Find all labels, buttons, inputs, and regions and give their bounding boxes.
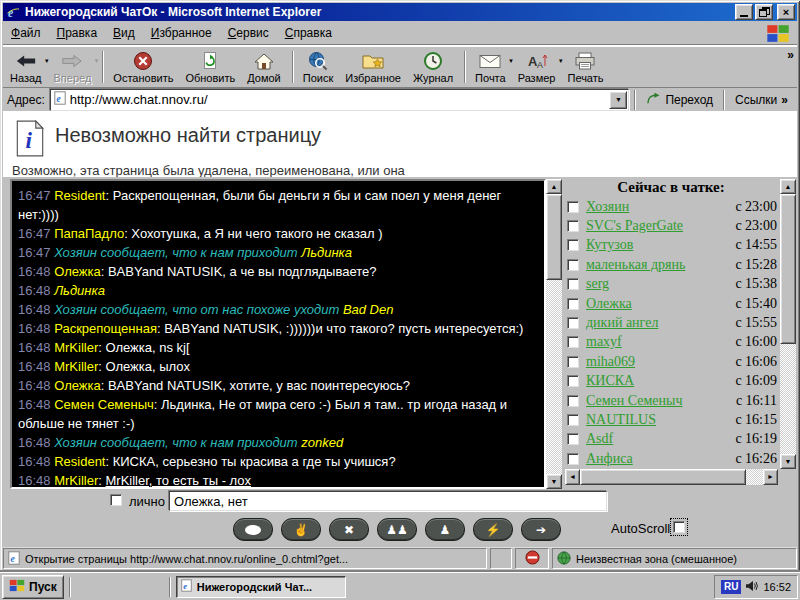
user-checkbox[interactable] [567, 259, 579, 271]
user-checkbox[interactable] [567, 336, 579, 348]
toolbar-overflow-chevron[interactable]: » [787, 48, 794, 62]
user-row: Семен Семенычс 16:11 [567, 391, 777, 410]
user-link[interactable]: NAUTILUS [586, 412, 728, 428]
language-indicator[interactable]: RU [721, 580, 741, 594]
toolbar-button-mail[interactable]: ▾Почта [470, 48, 513, 86]
toolbar-button-history[interactable]: Журнал [408, 48, 460, 86]
menu-item-view[interactable]: Вид [105, 23, 143, 43]
user-checkbox[interactable] [567, 414, 579, 426]
user-link[interactable]: дикий ангел [586, 315, 728, 331]
toolbar-button-label: Журнал [413, 72, 453, 84]
close-button[interactable]: × [777, 4, 795, 20]
volume-icon[interactable] [745, 580, 759, 594]
toolbar-button-label: Размер [518, 72, 556, 84]
scroll-right-button[interactable]: ► [763, 469, 778, 485]
user-checkbox[interactable] [567, 278, 579, 290]
user-link[interactable]: serg [586, 276, 728, 292]
user-checkbox[interactable] [567, 220, 579, 232]
toolbar-button-favorites[interactable]: Избранное [340, 48, 408, 86]
user-link[interactable]: Семен Семеныч [586, 393, 729, 409]
menu-item-favorites[interactable]: Избранное [143, 23, 220, 43]
message-segment[interactable]: MrKiller, то есть ты - лох [105, 473, 250, 488]
message-time: 16:48 [18, 473, 51, 488]
toolbar-button-stop[interactable]: Остановить [108, 48, 180, 86]
scroll-thumb[interactable] [580, 469, 746, 485]
toolbar-button-search[interactable]: Поиск [298, 48, 340, 86]
action-zap-button[interactable]: ⚡ [473, 518, 513, 541]
dropdown-arrow-icon[interactable]: ▾ [95, 57, 99, 65]
menu-item-tools[interactable]: Сервис [220, 23, 277, 43]
scroll-thumb[interactable] [780, 194, 796, 344]
user-checkbox[interactable] [567, 375, 579, 387]
scroll-left-button[interactable]: ◄ [565, 469, 580, 485]
action-person-button[interactable]: ♟ [425, 518, 465, 541]
autoscroll-checkbox[interactable] [673, 521, 685, 533]
user-link[interactable]: Кутузов [586, 237, 728, 253]
restore-button[interactable] [755, 4, 773, 20]
minimize-button[interactable] [735, 4, 753, 20]
user-checkbox[interactable] [567, 239, 579, 251]
title-bar[interactable]: e Нижегородский ЧатОк - Microsoft Intern… [3, 3, 797, 21]
scroll-down-button[interactable]: ▼ [780, 454, 796, 469]
user-checkbox[interactable] [567, 298, 579, 310]
menu-item-help[interactable]: Справка [277, 23, 340, 43]
action-people-button[interactable]: ♟♟ [377, 518, 417, 541]
message-time: 16:48 [18, 435, 51, 450]
chat-vertical-scrollbar[interactable]: ▲ ▼ [546, 179, 562, 489]
start-button[interactable]: Пуск [2, 575, 64, 599]
user-link[interactable]: Asdf [586, 431, 728, 447]
links-button[interactable]: Ссылки » [730, 93, 793, 107]
go-button[interactable]: Переход [641, 92, 718, 108]
user-link[interactable]: miha069 [586, 354, 728, 370]
toolbar-button-back[interactable]: ▾Назад [5, 48, 49, 86]
system-tray: RU 16:52 [714, 575, 798, 599]
user-link[interactable]: Анфиса [586, 451, 728, 467]
address-dropdown-button[interactable]: ▼ [609, 91, 627, 109]
user-checkbox[interactable] [567, 433, 579, 445]
address-input-combo[interactable]: e http://www.chat.nnov.ru/ ▼ [50, 89, 630, 111]
user-checkbox[interactable] [567, 201, 579, 213]
scroll-down-button[interactable]: ▼ [546, 474, 562, 489]
message-segment: Раскрепощенная [54, 321, 157, 336]
user-link[interactable]: Олежка [586, 296, 728, 312]
user-checkbox[interactable] [567, 356, 579, 368]
message-segment: Хозяин сообщает, что от нас похоже уходи… [54, 302, 343, 317]
toolbar-button-home[interactable]: Домой [242, 48, 288, 86]
private-checkbox[interactable] [110, 494, 122, 506]
message-input[interactable] [169, 491, 607, 511]
user-link[interactable]: КИСКА [586, 373, 728, 389]
userlist-vertical-scrollbar[interactable]: ▲ ▼ [780, 179, 796, 469]
user-link[interactable]: SVC's PagerGate [586, 218, 728, 234]
toolbar-button-size[interactable]: AA▾Размер [513, 48, 563, 86]
user-list: Хозяинс 23:00SVC's PagerGateс 23:00Кутуз… [567, 197, 777, 468]
search-icon [307, 51, 329, 72]
scroll-up-button[interactable]: ▲ [546, 179, 562, 194]
toolbar-button-refresh[interactable]: Обновить [180, 48, 242, 86]
user-link[interactable]: маленькая дрянь [586, 257, 728, 273]
scroll-thumb[interactable] [546, 194, 562, 280]
cross-icon: ✖ [344, 524, 354, 536]
user-link[interactable]: Хозяин [586, 199, 728, 215]
menu-item-file[interactable]: Файл [3, 23, 49, 43]
user-checkbox[interactable] [567, 395, 579, 407]
user-checkbox[interactable] [567, 453, 579, 465]
userlist-horizontal-scrollbar[interactable]: ◄ ► [565, 469, 778, 485]
message-time: 16:48 [18, 340, 51, 355]
address-value[interactable]: http://www.chat.nnov.ru/ [70, 92, 606, 107]
user-since: с 23:00 [735, 218, 777, 234]
action-send-button[interactable]: ➔ [521, 518, 561, 541]
user-link[interactable]: maxyf [586, 334, 728, 350]
toolbar-button-forward[interactable]: ▾Вперед [49, 48, 99, 86]
message-time: 16:48 [18, 397, 51, 412]
action-wave-button[interactable]: ✌ [281, 518, 321, 541]
action-message-button[interactable] [233, 518, 273, 541]
scroll-up-button[interactable]: ▲ [780, 179, 796, 194]
toolbar-button-print[interactable]: Печать [562, 48, 610, 86]
taskbar-task-button[interactable]: e Нижегородский Чат... [176, 576, 346, 598]
toolbar-separator [292, 51, 294, 83]
user-checkbox[interactable] [567, 317, 579, 329]
action-kick-button[interactable]: ✖ [329, 518, 369, 541]
user-list-title: Сейчас в чатке: [565, 179, 777, 196]
menu-item-edit[interactable]: Правка [49, 23, 106, 43]
user-since: с 15:28 [735, 257, 777, 273]
